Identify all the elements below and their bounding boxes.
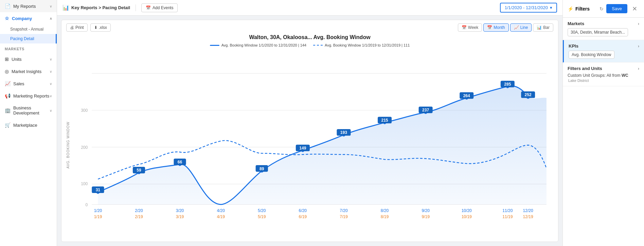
svg-text:66: 66 bbox=[178, 160, 182, 164]
line-button[interactable]: 📈 Line bbox=[510, 23, 532, 32]
chevron-down-icon: ∨ bbox=[50, 82, 52, 86]
svg-text:4/20: 4/20 bbox=[217, 208, 225, 213]
custom-unit-label: Custom Unit Groups: All from bbox=[568, 73, 622, 78]
chevron-down-icon: ∨ bbox=[50, 109, 52, 112]
svg-text:5/20: 5/20 bbox=[258, 208, 266, 213]
svg-text:285: 285 bbox=[504, 82, 511, 87]
svg-text:10/19: 10/19 bbox=[462, 214, 472, 219]
sidebar-item-sales[interactable]: 📈 Sales ∨ bbox=[0, 77, 57, 90]
add-events-button[interactable]: 📅 Add Events bbox=[141, 3, 178, 12]
sidebar-item-pacing-detail[interactable]: Pacing Detail bbox=[0, 34, 57, 43]
sidebar-item-business-development[interactable]: 🏢 Business Development ∨ bbox=[0, 102, 57, 119]
svg-text:59: 59 bbox=[137, 168, 141, 173]
svg-text:193: 193 bbox=[340, 130, 347, 135]
chevron-right-icon: › bbox=[638, 44, 639, 49]
sidebar-item-marketing-reports[interactable]: 📢 Marketing Reports ∨ bbox=[0, 90, 57, 102]
svg-text:9/20: 9/20 bbox=[422, 208, 430, 213]
week-icon: 📅 bbox=[462, 25, 467, 30]
business-icon: 🏢 bbox=[5, 108, 11, 113]
document-icon: 📄 bbox=[5, 3, 11, 9]
print-button[interactable]: 🖨 Print bbox=[66, 23, 88, 32]
svg-text:2/20: 2/20 bbox=[135, 208, 143, 213]
sidebar-item-label: Sales bbox=[13, 81, 24, 86]
svg-text:7/19: 7/19 bbox=[340, 214, 348, 219]
unit-sublabel: Lake District bbox=[568, 78, 639, 83]
filters-panel: ⚡ Filters ↻ Save ✕ Markets › 30A, Destin… bbox=[562, 0, 644, 246]
breadcrumb-text: Key Reports > Pacing Detail bbox=[71, 5, 130, 10]
filters-units-section[interactable]: Filters and Units › Custom Unit Groups: … bbox=[563, 63, 644, 86]
insights-icon: ◎ bbox=[5, 69, 9, 74]
svg-text:264: 264 bbox=[463, 93, 470, 98]
chart-title: Walton, 30A, Okaloosa... Avg. Booking Wi… bbox=[61, 34, 558, 40]
sidebar-item-label: Units bbox=[12, 57, 22, 62]
sidebar-item-label: Market Insights bbox=[12, 69, 41, 74]
chart-container: 🖨 Print ⬇ .xlsx 📅 Week 📅 Month 📈 bbox=[61, 20, 558, 242]
y-axis-label: AVG. BOOKING WINDOW bbox=[65, 52, 71, 238]
svg-text:12/20: 12/20 bbox=[523, 208, 533, 213]
sidebar-item-market-insights[interactable]: ◎ Market Insights ∨ bbox=[0, 65, 57, 77]
svg-text:0: 0 bbox=[86, 203, 88, 207]
chevron-up-icon: ∧ bbox=[50, 17, 52, 20]
svg-text:10/20: 10/20 bbox=[462, 208, 472, 213]
filters-units-label: Filters and Units bbox=[568, 66, 602, 71]
svg-text:3/19: 3/19 bbox=[176, 214, 184, 219]
chevron-right-icon: › bbox=[638, 66, 639, 71]
chevron-down-icon: ∨ bbox=[50, 57, 52, 61]
sidebar-item-snapshot[interactable]: Snapshot - Annual bbox=[0, 24, 57, 34]
svg-text:2/19: 2/19 bbox=[135, 214, 143, 219]
chevron-right-icon: › bbox=[638, 21, 639, 26]
month-icon: 📅 bbox=[487, 25, 492, 30]
svg-text:89: 89 bbox=[260, 166, 264, 171]
svg-text:6/19: 6/19 bbox=[299, 214, 307, 219]
download-icon: ⬇ bbox=[94, 25, 97, 30]
date-range-button[interactable]: 1/1/2020 - 12/31/2020 ▾ bbox=[500, 3, 557, 13]
chevron-down-icon: ▾ bbox=[550, 5, 552, 10]
kpis-value: Avg. Booking Window bbox=[569, 51, 614, 59]
sidebar-item-label: Marketplace bbox=[13, 123, 37, 128]
markets-label: Markets bbox=[568, 21, 584, 26]
svg-text:8/19: 8/19 bbox=[381, 214, 389, 219]
sidebar-item-units[interactable]: ⊞ Units ∨ bbox=[0, 53, 57, 65]
week-button[interactable]: 📅 Week bbox=[458, 23, 482, 32]
svg-text:252: 252 bbox=[525, 92, 532, 97]
xlsx-button[interactable]: ⬇ .xlsx bbox=[90, 23, 111, 32]
close-button[interactable]: ✕ bbox=[630, 4, 639, 13]
svg-text:1/20: 1/20 bbox=[94, 208, 102, 213]
svg-text:11/20: 11/20 bbox=[502, 208, 513, 213]
custom-unit-bold: WC bbox=[622, 73, 628, 78]
sidebar-item-label: Business Development bbox=[13, 105, 50, 116]
bar-button[interactable]: 📊 Bar bbox=[533, 23, 553, 32]
sidebar-item-marketplace[interactable]: 🛒 Marketplace bbox=[0, 119, 57, 131]
sidebar-item-label: My Reports bbox=[13, 4, 36, 9]
chevron-down-icon: ∨ bbox=[50, 94, 52, 98]
sidebar-sub-label: Snapshot - Annual bbox=[10, 27, 43, 32]
markets-filter-section[interactable]: Markets › 30A, Destin, Miramar Beach... bbox=[563, 18, 644, 40]
calendar-icon: 📅 bbox=[146, 5, 151, 10]
month-button[interactable]: 📅 Month bbox=[483, 23, 508, 32]
chevron-down-icon: ∨ bbox=[50, 4, 52, 8]
kpis-label: KPIs bbox=[569, 43, 578, 49]
sidebar-section-markets: Markets bbox=[0, 45, 57, 53]
svg-text:6/20: 6/20 bbox=[299, 208, 307, 213]
svg-text:149: 149 bbox=[299, 146, 306, 151]
grid-icon: ⊞ bbox=[5, 56, 9, 62]
svg-text:11/19: 11/19 bbox=[502, 214, 513, 219]
sidebar-item-label: Marketing Reports bbox=[13, 93, 49, 99]
markets-value: 30A, Destin, Miramar Beach... bbox=[568, 28, 628, 36]
filters-title: ⚡ Filters bbox=[568, 6, 597, 12]
divider bbox=[136, 4, 136, 11]
filter-icon: ⚡ bbox=[568, 6, 573, 12]
sales-icon: 📈 bbox=[5, 81, 11, 86]
svg-text:1/19: 1/19 bbox=[94, 214, 102, 219]
svg-text:9/19: 9/19 bbox=[422, 214, 430, 219]
kpis-filter-section[interactable]: KPIs › Avg. Booking Window bbox=[563, 40, 644, 63]
save-button[interactable]: Save bbox=[606, 4, 627, 13]
svg-text:3/20: 3/20 bbox=[176, 208, 184, 213]
svg-text:4/19: 4/19 bbox=[217, 214, 225, 219]
svg-text:31: 31 bbox=[96, 188, 101, 192]
sidebar-item-company[interactable]: ☆ Company ∧ bbox=[0, 12, 57, 24]
refresh-icon[interactable]: ↻ bbox=[600, 6, 604, 12]
view-buttons: 📅 Week 📅 Month 📈 Line 📊 Bar bbox=[458, 23, 553, 32]
sidebar-item-my-reports[interactable]: 📄 My Reports ∨ bbox=[0, 0, 57, 12]
svg-text:5/19: 5/19 bbox=[258, 214, 266, 219]
